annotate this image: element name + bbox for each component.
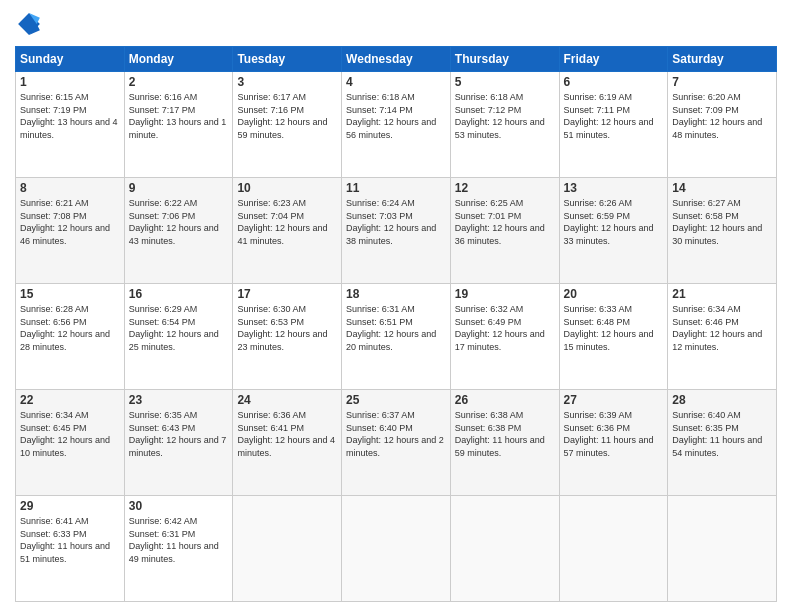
- calendar-cell: 29Sunrise: 6:41 AMSunset: 6:33 PMDayligh…: [16, 496, 125, 602]
- day-number: 1: [20, 75, 120, 89]
- day-number: 30: [129, 499, 229, 513]
- calendar-cell: 19Sunrise: 6:32 AMSunset: 6:49 PMDayligh…: [450, 284, 559, 390]
- calendar-cell: [559, 496, 668, 602]
- day-number: 14: [672, 181, 772, 195]
- calendar-cell: 4Sunrise: 6:18 AMSunset: 7:14 PMDaylight…: [342, 72, 451, 178]
- calendar-week-1: 1Sunrise: 6:15 AMSunset: 7:19 PMDaylight…: [16, 72, 777, 178]
- day-number: 9: [129, 181, 229, 195]
- weekday-header-saturday: Saturday: [668, 47, 777, 72]
- weekday-header-monday: Monday: [124, 47, 233, 72]
- weekday-header-row: SundayMondayTuesdayWednesdayThursdayFrid…: [16, 47, 777, 72]
- day-number: 23: [129, 393, 229, 407]
- day-detail: Sunrise: 6:24 AMSunset: 7:03 PMDaylight:…: [346, 197, 446, 247]
- calendar-cell: 5Sunrise: 6:18 AMSunset: 7:12 PMDaylight…: [450, 72, 559, 178]
- calendar-week-5: 29Sunrise: 6:41 AMSunset: 6:33 PMDayligh…: [16, 496, 777, 602]
- day-number: 7: [672, 75, 772, 89]
- day-detail: Sunrise: 6:16 AMSunset: 7:17 PMDaylight:…: [129, 91, 229, 141]
- calendar-cell: 1Sunrise: 6:15 AMSunset: 7:19 PMDaylight…: [16, 72, 125, 178]
- calendar-cell: 3Sunrise: 6:17 AMSunset: 7:16 PMDaylight…: [233, 72, 342, 178]
- day-number: 12: [455, 181, 555, 195]
- day-number: 17: [237, 287, 337, 301]
- day-number: 19: [455, 287, 555, 301]
- day-detail: Sunrise: 6:29 AMSunset: 6:54 PMDaylight:…: [129, 303, 229, 353]
- day-detail: Sunrise: 6:22 AMSunset: 7:06 PMDaylight:…: [129, 197, 229, 247]
- day-number: 24: [237, 393, 337, 407]
- day-detail: Sunrise: 6:39 AMSunset: 6:36 PMDaylight:…: [564, 409, 664, 459]
- day-number: 21: [672, 287, 772, 301]
- calendar-cell: [450, 496, 559, 602]
- day-detail: Sunrise: 6:18 AMSunset: 7:12 PMDaylight:…: [455, 91, 555, 141]
- calendar-cell: 22Sunrise: 6:34 AMSunset: 6:45 PMDayligh…: [16, 390, 125, 496]
- day-number: 4: [346, 75, 446, 89]
- day-detail: Sunrise: 6:18 AMSunset: 7:14 PMDaylight:…: [346, 91, 446, 141]
- day-number: 15: [20, 287, 120, 301]
- weekday-header-sunday: Sunday: [16, 47, 125, 72]
- calendar-week-2: 8Sunrise: 6:21 AMSunset: 7:08 PMDaylight…: [16, 178, 777, 284]
- calendar-cell: [342, 496, 451, 602]
- calendar-week-4: 22Sunrise: 6:34 AMSunset: 6:45 PMDayligh…: [16, 390, 777, 496]
- day-detail: Sunrise: 6:19 AMSunset: 7:11 PMDaylight:…: [564, 91, 664, 141]
- day-number: 25: [346, 393, 446, 407]
- day-number: 5: [455, 75, 555, 89]
- day-detail: Sunrise: 6:17 AMSunset: 7:16 PMDaylight:…: [237, 91, 337, 141]
- day-number: 18: [346, 287, 446, 301]
- calendar-cell: 25Sunrise: 6:37 AMSunset: 6:40 PMDayligh…: [342, 390, 451, 496]
- day-detail: Sunrise: 6:35 AMSunset: 6:43 PMDaylight:…: [129, 409, 229, 459]
- calendar-cell: 23Sunrise: 6:35 AMSunset: 6:43 PMDayligh…: [124, 390, 233, 496]
- calendar-cell: 2Sunrise: 6:16 AMSunset: 7:17 PMDaylight…: [124, 72, 233, 178]
- day-detail: Sunrise: 6:36 AMSunset: 6:41 PMDaylight:…: [237, 409, 337, 459]
- day-detail: Sunrise: 6:38 AMSunset: 6:38 PMDaylight:…: [455, 409, 555, 459]
- day-number: 10: [237, 181, 337, 195]
- calendar-cell: 6Sunrise: 6:19 AMSunset: 7:11 PMDaylight…: [559, 72, 668, 178]
- day-number: 16: [129, 287, 229, 301]
- calendar-cell: 10Sunrise: 6:23 AMSunset: 7:04 PMDayligh…: [233, 178, 342, 284]
- calendar-cell: 24Sunrise: 6:36 AMSunset: 6:41 PMDayligh…: [233, 390, 342, 496]
- day-detail: Sunrise: 6:32 AMSunset: 6:49 PMDaylight:…: [455, 303, 555, 353]
- calendar-cell: 11Sunrise: 6:24 AMSunset: 7:03 PMDayligh…: [342, 178, 451, 284]
- calendar-cell: 27Sunrise: 6:39 AMSunset: 6:36 PMDayligh…: [559, 390, 668, 496]
- day-detail: Sunrise: 6:41 AMSunset: 6:33 PMDaylight:…: [20, 515, 120, 565]
- day-detail: Sunrise: 6:28 AMSunset: 6:56 PMDaylight:…: [20, 303, 120, 353]
- day-detail: Sunrise: 6:23 AMSunset: 7:04 PMDaylight:…: [237, 197, 337, 247]
- calendar-cell: 28Sunrise: 6:40 AMSunset: 6:35 PMDayligh…: [668, 390, 777, 496]
- day-number: 22: [20, 393, 120, 407]
- day-detail: Sunrise: 6:15 AMSunset: 7:19 PMDaylight:…: [20, 91, 120, 141]
- day-detail: Sunrise: 6:21 AMSunset: 7:08 PMDaylight:…: [20, 197, 120, 247]
- day-detail: Sunrise: 6:40 AMSunset: 6:35 PMDaylight:…: [672, 409, 772, 459]
- calendar-cell: 9Sunrise: 6:22 AMSunset: 7:06 PMDaylight…: [124, 178, 233, 284]
- day-number: 13: [564, 181, 664, 195]
- calendar-cell: 12Sunrise: 6:25 AMSunset: 7:01 PMDayligh…: [450, 178, 559, 284]
- weekday-header-friday: Friday: [559, 47, 668, 72]
- day-detail: Sunrise: 6:25 AMSunset: 7:01 PMDaylight:…: [455, 197, 555, 247]
- day-number: 2: [129, 75, 229, 89]
- calendar-cell: [668, 496, 777, 602]
- logo: [15, 10, 47, 38]
- day-detail: Sunrise: 6:20 AMSunset: 7:09 PMDaylight:…: [672, 91, 772, 141]
- day-detail: Sunrise: 6:31 AMSunset: 6:51 PMDaylight:…: [346, 303, 446, 353]
- day-detail: Sunrise: 6:26 AMSunset: 6:59 PMDaylight:…: [564, 197, 664, 247]
- calendar-cell: 16Sunrise: 6:29 AMSunset: 6:54 PMDayligh…: [124, 284, 233, 390]
- day-detail: Sunrise: 6:27 AMSunset: 6:58 PMDaylight:…: [672, 197, 772, 247]
- calendar-cell: 21Sunrise: 6:34 AMSunset: 6:46 PMDayligh…: [668, 284, 777, 390]
- calendar-cell: 20Sunrise: 6:33 AMSunset: 6:48 PMDayligh…: [559, 284, 668, 390]
- day-detail: Sunrise: 6:34 AMSunset: 6:45 PMDaylight:…: [20, 409, 120, 459]
- day-detail: Sunrise: 6:34 AMSunset: 6:46 PMDaylight:…: [672, 303, 772, 353]
- page: SundayMondayTuesdayWednesdayThursdayFrid…: [0, 0, 792, 612]
- calendar-cell: 15Sunrise: 6:28 AMSunset: 6:56 PMDayligh…: [16, 284, 125, 390]
- calendar-cell: 14Sunrise: 6:27 AMSunset: 6:58 PMDayligh…: [668, 178, 777, 284]
- header: [15, 10, 777, 38]
- day-number: 6: [564, 75, 664, 89]
- day-number: 26: [455, 393, 555, 407]
- day-number: 27: [564, 393, 664, 407]
- day-detail: Sunrise: 6:33 AMSunset: 6:48 PMDaylight:…: [564, 303, 664, 353]
- calendar-table: SundayMondayTuesdayWednesdayThursdayFrid…: [15, 46, 777, 602]
- weekday-header-tuesday: Tuesday: [233, 47, 342, 72]
- calendar-week-3: 15Sunrise: 6:28 AMSunset: 6:56 PMDayligh…: [16, 284, 777, 390]
- calendar-cell: 18Sunrise: 6:31 AMSunset: 6:51 PMDayligh…: [342, 284, 451, 390]
- calendar-cell: 13Sunrise: 6:26 AMSunset: 6:59 PMDayligh…: [559, 178, 668, 284]
- calendar-cell: 8Sunrise: 6:21 AMSunset: 7:08 PMDaylight…: [16, 178, 125, 284]
- day-number: 11: [346, 181, 446, 195]
- day-number: 3: [237, 75, 337, 89]
- day-number: 8: [20, 181, 120, 195]
- day-number: 29: [20, 499, 120, 513]
